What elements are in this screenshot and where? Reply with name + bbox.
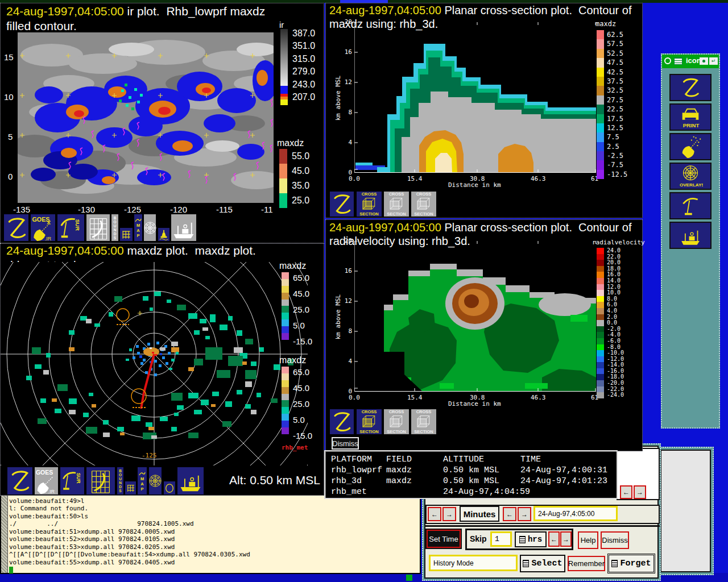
zebra-icon [331,192,353,216]
goes-ir-button[interactable]: GOES .IR [34,467,59,495]
window-menu-button[interactable] [674,57,682,65]
zebra-tool-button[interactable] [669,74,712,101]
section-label: SECTION [414,211,433,217]
help-label: Help [581,536,596,544]
section-label: SECTION [359,429,378,434]
satellite-tool-button[interactable] [669,133,712,160]
map-button[interactable]: MAP [137,467,147,495]
zebra-icon [679,76,702,99]
radar-title-rest: maxdz plot. maxdz plot. [124,244,256,257]
cross-section-button[interactable]: CROSS SECTION [383,191,410,217]
right-arrow-icon: → [521,510,528,518]
xs2-title-line2: radialvelocity using: rhb_3d. [329,235,470,248]
row-divider [425,525,660,527]
xs1-colorbar [597,30,604,179]
ship-tool-button[interactable] [669,222,712,249]
help-button[interactable]: Help [578,531,598,549]
right-arrow-icon: → [562,535,569,543]
grid-radar-button[interactable] [86,467,115,495]
skip-input-field[interactable]: 1 [490,531,512,547]
terminal-scrollbar[interactable] [1,488,8,573]
goes-ir-button[interactable]: GOES .IR [30,214,56,242]
xs2-ylabel: km above MSL [334,292,342,343]
ship-button[interactable] [171,214,197,242]
cross-section-button[interactable]: CROSS SECTION [411,409,437,435]
xs1-xlabel: Distance in km [448,181,501,189]
bounds-button[interactable]: BOUNDS [117,467,124,495]
window-dot-button[interactable] [700,57,708,65]
col-altitude: ALTITUDE [443,454,520,465]
xs2-title-time: 24-aug-1997,04:05:00 [329,221,441,234]
terminal-window[interactable]: 1: Command not found.volume:beaufait:49>… [0,487,421,574]
remember-button[interactable]: Remember [568,556,605,571]
grid-radar-icon [87,215,110,240]
zebra-logo-button[interactable] [329,409,354,435]
step-back-button[interactable]: ← [620,485,632,499]
forget-menu-button[interactable]: Forget [607,554,655,573]
minutes-button[interactable]: Minutes [460,506,499,522]
ir-xtick-2: -125 [124,205,141,214]
cross-section-button[interactable]: CROSS SECTION [383,409,410,435]
cross-section-button-active[interactable]: CROSS SECTION [356,409,382,435]
overlay-rings-button[interactable] [148,467,162,495]
minutes-back-button[interactable]: ← [503,507,516,521]
xs1-contour-plot[interactable] [354,22,596,173]
hrs-menu-button[interactable]: hrs [515,531,547,547]
window-title: icon [686,56,701,65]
xs2-ytick-16: 16 [342,267,352,275]
satellite-ir-image[interactable] [18,32,274,203]
cross-section-button-active[interactable]: CROSS SECTION [356,191,382,217]
xs1-xtick-0: 0.0 [349,175,360,182]
zebra-logo-button[interactable] [329,191,354,217]
dismiss-button[interactable]: Dismiss [601,531,629,549]
mini-grid-button[interactable] [125,481,136,495]
terminal-text[interactable]: 1: Command not found.volume:beaufait:49>… [9,489,250,566]
set-time-button[interactable]: Set Time [427,530,461,548]
window-restore-button[interactable]: ↵ [709,57,718,65]
xs2-contour-plot[interactable] [354,241,596,392]
time-input-field[interactable]: 24-Aug-97,4:05:00 [533,506,618,521]
grid-radar-icon [88,468,114,494]
minutes-label: Minutes [464,509,496,519]
mini-grid-button[interactable] [119,227,133,242]
sur-radar-button[interactable]: SUR [57,214,85,242]
overlays-tool-button[interactable]: OVERLAYS [669,163,712,190]
xs2-colorbar-ticks: 24.022.020.018.016.014.012.010.08.06.04.… [607,248,624,398]
radar-ppi-display[interactable] [1,262,308,465]
circle-select-button[interactable] [163,481,176,495]
time-forward-button[interactable]: → [442,507,456,521]
zebra-logo-button[interactable] [3,214,29,242]
icon-window-titlebar[interactable]: icon ↵ [662,55,719,68]
ship-button[interactable] [177,467,204,495]
history-mode-field[interactable]: History Mode [429,555,518,571]
dismiss-button[interactable]: Dismiss [332,437,359,450]
ir-ytick-5: 5 [8,132,13,142]
print-tool-button[interactable]: PRINT [669,103,712,131]
grid-radar-button[interactable] [86,214,110,242]
overlay-rings-button[interactable] [143,214,156,242]
buoy-button[interactable] [158,227,170,242]
skip-back-button[interactable]: ← [548,531,560,547]
polar-rings-icon [149,472,162,489]
ship-icon [678,224,703,247]
cross-section-button[interactable]: CROSS SECTION [411,191,437,217]
section-label: SECTION [359,211,378,217]
dot-icon [702,60,705,63]
minutes-forward-button[interactable]: → [518,507,531,521]
remember-label: Remember [568,559,605,568]
select-menu-button[interactable]: Select [520,555,565,572]
zebra-logo-button[interactable] [7,467,33,495]
ir-ytick-10: 10 [4,92,14,102]
map-button[interactable]: MAP [134,214,143,242]
svg-text:SUR: SUR [75,219,81,230]
time-back-button[interactable]: ← [428,507,441,521]
window-circle-button[interactable] [664,57,671,64]
sur-radar-button[interactable]: SUR [60,467,85,495]
skip-forward-button[interactable]: → [560,531,572,547]
antenna-tool-button[interactable] [669,192,712,219]
xs2-xlabel: Distance in km [448,400,501,408]
xs1-ytick-4: 4 [342,139,352,146]
step-forward-button[interactable]: → [634,485,646,499]
table-row: rhb_met 24-Aug-97,4:04:59 [331,487,617,497]
bounds-button[interactable]: BOUNDS [111,214,119,242]
